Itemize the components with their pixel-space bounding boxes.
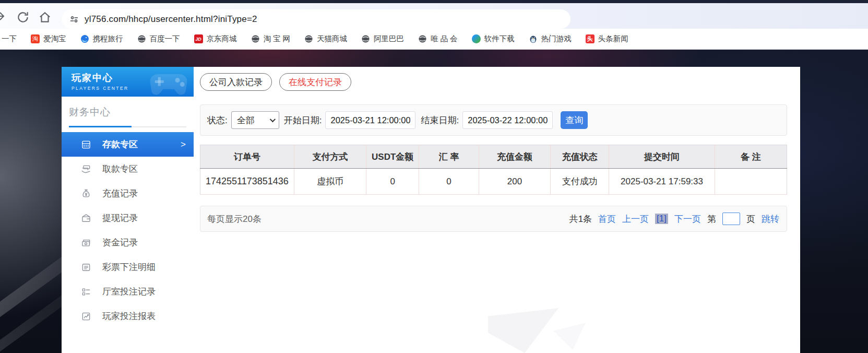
bookmarks-bar: 一下淘爱淘宝携程旅行百度一下JD京东商城淘 宝 网天猫商城阿里巴巴唯 品 会软件… <box>0 29 868 50</box>
filter-bar: 状态: 全部 开始日期: 结束日期: 查询 <box>200 104 787 136</box>
browser-toolbar: yl756.com/hhcp/usercenter.html?iniType=2 <box>0 3 868 29</box>
taobao-icon: 淘 <box>31 34 40 43</box>
bookmark-label: 百度一下 <box>150 34 180 44</box>
column-header: USDT金额 <box>366 145 419 169</box>
bookmark-label: 携程旅行 <box>93 34 123 44</box>
next-page-link[interactable]: 下一页 <box>674 213 701 225</box>
table-cell: 虚拟币 <box>294 169 366 195</box>
end-date-label: 结束日期: <box>421 114 459 126</box>
table-header-row: 订单号支付方式USDT金额汇 率充值金额充值状态提交时间备 注 <box>200 145 787 169</box>
globe-icon <box>418 34 427 43</box>
globe-icon <box>304 34 313 43</box>
jump-page-input[interactable] <box>722 213 740 225</box>
table-row: 1742551173851436虚拟币00200支付成功2025-03-21 1… <box>200 169 787 195</box>
pagination-controls: 共1条 首页 上一页 [1] 下一页 第 页 跳转 <box>569 213 779 225</box>
jd-icon: JD <box>194 34 203 43</box>
url-text: yl756.com/hhcp/usercenter.html?iniType=2 <box>85 14 257 25</box>
column-header: 支付方式 <box>294 145 366 169</box>
bookmark-item[interactable]: JD京东商城 <box>194 34 237 44</box>
bookmark-item[interactable]: 淘爱淘宝 <box>31 34 66 44</box>
download-icon <box>472 34 481 43</box>
status-select-value: 全部 <box>237 114 255 126</box>
column-header: 充值金额 <box>479 145 550 169</box>
end-date-input[interactable] <box>462 111 553 129</box>
sidebar-item-withdraw[interactable]: 取款专区 <box>62 157 194 181</box>
tab-online-payment-records[interactable]: 在线支付记录 <box>279 73 351 91</box>
lottery-icon <box>81 262 91 273</box>
sidebar-subtitle: PLAYERS CENTER <box>72 86 194 91</box>
sidebar-item-report[interactable]: 玩家投注报表 <box>62 304 194 328</box>
bookmark-label: 爱淘宝 <box>43 34 66 44</box>
sidebar-item-label: 彩票下注明细 <box>102 261 156 273</box>
bookmark-item[interactable]: 百度一下 <box>137 34 180 44</box>
toutiao-icon: 头 <box>586 34 594 43</box>
table-cell: 200 <box>479 169 550 195</box>
sidebar-menu: 存款专区>取款专区充值记录提现记录资金记录彩票下注明细厅室投注记录玩家投注报表 <box>62 132 194 328</box>
bookmark-label: 热门游戏 <box>541 34 572 44</box>
sidebar-item-recharge[interactable]: 充值记录 <box>62 181 194 206</box>
forward-arrow-icon[interactable] <box>0 10 6 22</box>
sidebar-header: 玩家中心 PLAYERS CENTER <box>62 67 194 97</box>
sidebar-item-label: 资金记录 <box>102 237 138 249</box>
table-cell: 0 <box>419 169 479 195</box>
sidebar-item-label: 存款专区 <box>102 138 138 150</box>
reload-icon[interactable] <box>16 10 30 24</box>
table-cell: 0 <box>366 169 419 195</box>
address-bar[interactable]: yl756.com/hhcp/usercenter.html?iniType=2 <box>62 9 570 29</box>
table-cell <box>715 169 787 195</box>
pagination-bar: 每页显示20条 共1条 首页 上一页 [1] 下一页 第 页 跳转 <box>200 206 787 232</box>
globe-icon <box>361 34 370 43</box>
bookmark-label: 唯 品 会 <box>431 34 458 44</box>
funds-icon <box>81 238 91 248</box>
jump-action-link[interactable]: 跳转 <box>762 213 779 225</box>
chevron-down-icon <box>269 116 275 122</box>
deposit-icon <box>81 139 91 150</box>
sidebar-item-lottery[interactable]: 彩票下注明细 <box>62 255 194 279</box>
first-page-link[interactable]: 首页 <box>598 213 616 225</box>
sidebar-title: 玩家中心 <box>72 72 194 84</box>
bookmark-item[interactable]: 唯 品 会 <box>418 34 458 44</box>
bookmark-item[interactable]: 热门游戏 <box>529 34 572 44</box>
start-date-input[interactable] <box>325 111 415 129</box>
sidebar-section: 财务中心 <box>62 97 194 127</box>
site-privacy-icon[interactable] <box>69 14 79 25</box>
bookmark-item[interactable]: 淘 宝 网 <box>251 34 291 44</box>
bookmark-item[interactable]: 阿里巴巴 <box>361 34 404 44</box>
status-select[interactable]: 全部 <box>231 111 279 129</box>
bookmark-label: 阿里巴巴 <box>374 34 404 44</box>
sidebar-item-label: 充值记录 <box>102 187 138 199</box>
ctrip-icon <box>80 34 89 43</box>
sidebar-item-label: 玩家投注报表 <box>102 310 156 322</box>
bookmark-label: 京东商城 <box>207 34 237 44</box>
bookmark-item[interactable]: 软件下载 <box>472 34 515 44</box>
sidebar-item-deposit[interactable]: 存款专区> <box>62 132 194 157</box>
sidebar-item-hall[interactable]: 厅室投注记录 <box>62 279 194 304</box>
home-icon[interactable] <box>38 10 52 24</box>
current-page-badge: [1] <box>655 214 668 224</box>
column-header: 汇 率 <box>419 145 479 169</box>
table-cell: 支付成功 <box>551 169 609 195</box>
record-tabs: 公司入款记录在线支付记录 <box>200 73 787 91</box>
game-icon <box>529 34 538 43</box>
sidebar-item-funds[interactable]: 资金记录 <box>62 230 194 255</box>
sidebar-item-label: 厅室投注记录 <box>102 286 156 298</box>
bookmark-item[interactable]: 天猫商城 <box>304 34 347 44</box>
page-size-text: 每页显示20条 <box>207 213 261 225</box>
status-label: 状态: <box>207 114 228 126</box>
section-underline <box>69 126 186 127</box>
sidebar-item-cashout[interactable]: 提现记录 <box>62 206 194 230</box>
bookmark-item[interactable]: 携程旅行 <box>80 34 123 44</box>
bookmark-label: 一下 <box>2 34 17 44</box>
search-button[interactable]: 查询 <box>561 111 588 129</box>
bookmark-item[interactable]: 一下 <box>2 34 17 44</box>
prev-page-link[interactable]: 上一页 <box>622 213 649 225</box>
tab-company-deposit-records[interactable]: 公司入款记录 <box>200 73 272 91</box>
sidebar-item-label: 取款专区 <box>102 163 138 175</box>
jump-prefix-label: 第 <box>707 213 716 225</box>
report-icon <box>81 311 91 322</box>
sidebar: 玩家中心 PLAYERS CENTER 财务中心 存款专区>取款专区充值记录提现… <box>62 67 194 353</box>
cashout-icon <box>81 213 91 223</box>
bookmark-item[interactable]: 头头条新闻 <box>586 34 628 44</box>
bookmark-label: 天猫商城 <box>317 34 347 44</box>
user-center-panel: 玩家中心 PLAYERS CENTER 财务中心 存款专区>取款专区充值记录提现… <box>62 67 800 353</box>
